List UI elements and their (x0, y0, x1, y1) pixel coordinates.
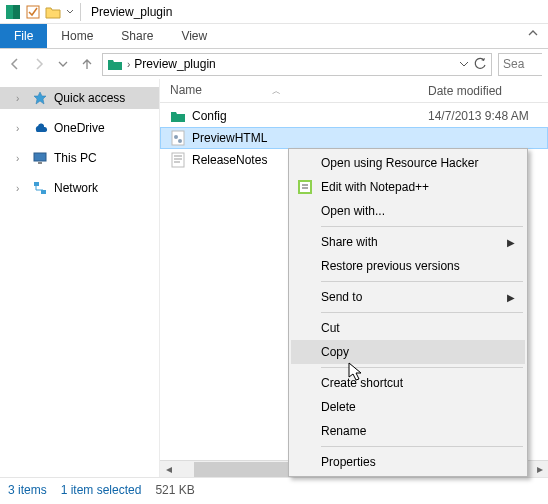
cm-send-to[interactable]: Send to▶ (291, 285, 525, 309)
address-bar-row: › Preview_plugin Sea (0, 49, 548, 79)
refresh-icon[interactable] (473, 57, 487, 71)
svg-point-9 (178, 139, 182, 143)
file-row-folder[interactable]: Config 14/7/2013 9:48 AM (160, 105, 548, 127)
tab-share[interactable]: Share (107, 24, 167, 48)
file-row-selected[interactable]: PreviewHTML (160, 127, 548, 149)
nav-onedrive[interactable]: › OneDrive (0, 117, 159, 139)
nav-quick-access[interactable]: › Quick access (0, 87, 159, 109)
tab-file[interactable]: File (0, 24, 47, 48)
nav-label: Quick access (54, 91, 125, 105)
folder-icon (107, 57, 123, 71)
scroll-left-icon[interactable]: ◂ (160, 461, 177, 478)
text-file-icon (170, 152, 186, 168)
separator (80, 3, 81, 21)
context-menu: Open using Resource Hacker Edit with Not… (288, 148, 528, 477)
chevron-right-icon[interactable]: › (16, 153, 26, 164)
chevron-right-icon: ▶ (507, 237, 515, 248)
pc-icon (32, 150, 48, 166)
nav-back-icon[interactable] (6, 55, 24, 73)
sort-asc-icon[interactable]: ︿ (272, 86, 281, 96)
file-date: 14/7/2013 9:48 AM (428, 109, 529, 123)
cm-edit-notepadpp[interactable]: Edit with Notepad++ (291, 175, 525, 199)
svg-rect-5 (34, 182, 39, 186)
column-date[interactable]: Date modified (428, 84, 548, 98)
nav-forward-icon[interactable] (30, 55, 48, 73)
cm-rename[interactable]: Rename (291, 419, 525, 443)
file-name: Config (192, 109, 428, 123)
cm-restore-versions[interactable]: Restore previous versions (291, 254, 525, 278)
svg-rect-15 (300, 182, 310, 192)
separator (321, 281, 523, 282)
app-icon (4, 3, 22, 21)
status-bar: 3 items 1 item selected 521 KB (0, 477, 548, 501)
new-folder-qat-icon[interactable] (44, 3, 62, 21)
cm-open-resource-hacker[interactable]: Open using Resource Hacker (291, 151, 525, 175)
cm-copy[interactable]: Copy (291, 340, 525, 364)
ribbon-collapse-icon[interactable] (518, 24, 548, 48)
nav-recent-icon[interactable] (54, 55, 72, 73)
cm-open-with[interactable]: Open with... (291, 199, 525, 223)
cm-delete[interactable]: Delete (291, 395, 525, 419)
nav-this-pc[interactable]: › This PC (0, 147, 159, 169)
network-icon (32, 180, 48, 196)
qat-customize-icon[interactable] (66, 8, 74, 16)
cm-properties[interactable]: Properties (291, 450, 525, 474)
status-item-count: 3 items (8, 483, 47, 497)
nav-network[interactable]: › Network (0, 177, 159, 199)
svg-rect-1 (13, 5, 20, 19)
properties-qat-icon[interactable] (24, 3, 42, 21)
quick-access-icon (32, 90, 48, 106)
window-title: Preview_plugin (91, 5, 172, 19)
onedrive-icon (32, 120, 48, 136)
breadcrumb-item[interactable]: Preview_plugin (134, 57, 215, 71)
separator (321, 367, 523, 368)
svg-rect-6 (41, 190, 46, 194)
separator (321, 446, 523, 447)
chevron-down-icon[interactable] (459, 59, 469, 69)
svg-rect-7 (172, 131, 184, 145)
cm-cut[interactable]: Cut (291, 316, 525, 340)
svg-rect-3 (34, 153, 46, 161)
nav-label: This PC (54, 151, 97, 165)
tab-view[interactable]: View (167, 24, 221, 48)
svg-rect-2 (27, 6, 39, 18)
address-bar[interactable]: › Preview_plugin (102, 53, 492, 76)
titlebar: Preview_plugin (0, 0, 548, 24)
cm-share-with[interactable]: Share with▶ (291, 230, 525, 254)
chevron-right-icon[interactable]: › (127, 59, 130, 70)
folder-icon (170, 108, 186, 124)
dll-icon (170, 130, 186, 146)
chevron-right-icon: ▶ (507, 292, 515, 303)
chevron-right-icon[interactable]: › (16, 93, 26, 104)
file-name: PreviewHTML (192, 131, 428, 145)
svg-rect-10 (172, 153, 184, 167)
search-input[interactable]: Sea (498, 53, 542, 76)
cm-create-shortcut[interactable]: Create shortcut (291, 371, 525, 395)
scroll-right-icon[interactable]: ▸ (531, 461, 548, 478)
ribbon-tabs: File Home Share View (0, 24, 548, 49)
nav-label: OneDrive (54, 121, 105, 135)
chevron-right-icon[interactable]: › (16, 183, 26, 194)
status-selected: 1 item selected (61, 483, 142, 497)
notepadpp-icon (297, 179, 313, 195)
nav-up-icon[interactable] (78, 55, 96, 73)
status-size: 521 KB (155, 483, 194, 497)
separator (321, 226, 523, 227)
separator (321, 312, 523, 313)
column-headers[interactable]: Name︿ Date modified (160, 79, 548, 103)
column-name: Name︿ (170, 83, 428, 98)
tab-home[interactable]: Home (47, 24, 107, 48)
svg-point-8 (174, 135, 178, 139)
navigation-pane: › Quick access › OneDrive › This PC › Ne… (0, 79, 160, 477)
nav-label: Network (54, 181, 98, 195)
svg-rect-4 (38, 162, 42, 164)
chevron-right-icon[interactable]: › (16, 123, 26, 134)
